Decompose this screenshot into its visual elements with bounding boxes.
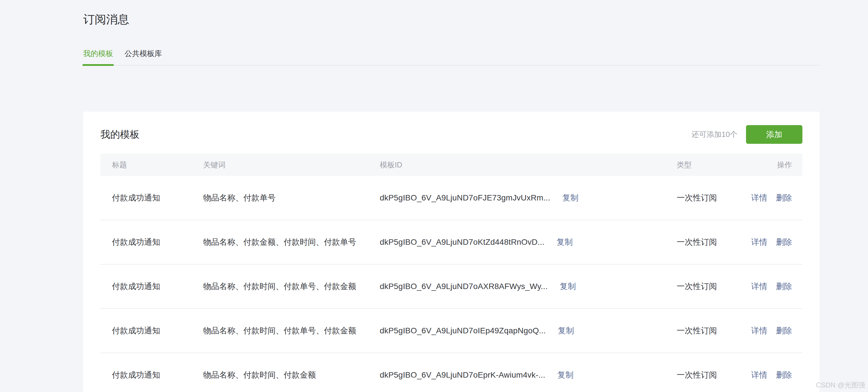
row-title: 付款成功通知 <box>112 237 203 248</box>
row-title: 付款成功通知 <box>112 369 203 381</box>
template-id-text: dkP5gIBO_6V_A9LjuND7oFJE73gmJvUxRm... <box>380 193 550 202</box>
row-template-id-cell: dkP5gIBO_6V_A9LjuND7oIEp49ZqapNgoQ... 复制 <box>380 325 677 336</box>
row-keywords: 物品名称、付款时间、付款单号、付款金额 <box>203 325 380 336</box>
row-keywords: 物品名称、付款金额、付款时间、付款单号 <box>203 237 380 248</box>
delete-link[interactable]: 删除 <box>776 192 792 203</box>
panel-header-actions: 还可添加10个 添加 <box>692 125 802 144</box>
tab-bar: 我的模板 公共模板库 <box>83 49 820 66</box>
my-templates-panel: 我的模板 还可添加10个 添加 标题 关键词 模板ID 类型 操作 付款成功通知… <box>83 111 820 392</box>
row-template-id-cell: dkP5gIBO_6V_A9LjuND7oEprK-Awium4vk-... 复… <box>380 369 677 381</box>
copy-link[interactable]: 复制 <box>557 369 574 381</box>
quota-hint: 还可添加10个 <box>692 129 737 139</box>
page-container: 订阅消息 我的模板 公共模板库 我的模板 还可添加10个 添加 标题 关键词 模… <box>83 0 820 392</box>
table-body: 付款成功通知 物品名称、付款单号 dkP5gIBO_6V_A9LjuND7oFJ… <box>100 176 802 392</box>
row-keywords: 物品名称、付款时间、付款金额 <box>203 369 380 381</box>
row-type: 一次性订阅 <box>677 369 751 381</box>
detail-link[interactable]: 详情 <box>751 325 767 336</box>
templates-table: 标题 关键词 模板ID 类型 操作 付款成功通知 物品名称、付款单号 dkP5g… <box>100 154 802 392</box>
row-template-id-cell: dkP5gIBO_6V_A9LjuND7oFJE73gmJvUxRm... 复制 <box>380 192 677 203</box>
header-keywords: 关键词 <box>203 160 380 170</box>
row-title: 付款成功通知 <box>112 325 203 336</box>
row-template-id-cell: dkP5gIBO_6V_A9LjuND7oAXR8AFWys_Wy... 复制 <box>380 281 677 292</box>
page-title: 订阅消息 <box>83 0 820 27</box>
delete-link[interactable]: 删除 <box>776 369 792 381</box>
row-type: 一次性订阅 <box>677 325 751 336</box>
table-row: 付款成功通知 物品名称、付款时间、付款单号、付款金额 dkP5gIBO_6V_A… <box>100 309 802 353</box>
row-keywords: 物品名称、付款时间、付款单号、付款金额 <box>203 281 380 292</box>
header-actions: 操作 <box>777 160 792 170</box>
row-actions: 详情 删除 <box>751 192 792 203</box>
panel-header: 我的模板 还可添加10个 添加 <box>100 111 802 144</box>
row-type: 一次性订阅 <box>677 237 751 248</box>
row-title: 付款成功通知 <box>112 192 203 203</box>
row-actions: 详情 删除 <box>751 281 792 292</box>
row-keywords: 物品名称、付款单号 <box>203 192 380 203</box>
header-template-id: 模板ID <box>380 160 677 170</box>
detail-link[interactable]: 详情 <box>751 369 767 381</box>
row-type: 一次性订阅 <box>677 192 751 203</box>
copy-link[interactable]: 复制 <box>560 281 576 292</box>
row-actions: 详情 删除 <box>751 237 792 248</box>
row-actions: 详情 删除 <box>751 325 792 336</box>
row-actions: 详情 删除 <box>751 369 792 381</box>
copy-link[interactable]: 复制 <box>556 237 572 248</box>
detail-link[interactable]: 详情 <box>751 192 767 203</box>
row-title: 付款成功通知 <box>112 281 203 292</box>
copy-link[interactable]: 复制 <box>562 192 579 203</box>
add-template-button[interactable]: 添加 <box>746 125 802 144</box>
template-id-text: dkP5gIBO_6V_A9LjuND7oEprK-Awium4vk-... <box>380 370 545 380</box>
tab-my-templates[interactable]: 我的模板 <box>83 49 113 65</box>
row-template-id-cell: dkP5gIBO_6V_A9LjuND7oKtZd448tRnOvD... 复制 <box>380 237 677 248</box>
detail-link[interactable]: 详情 <box>751 281 767 292</box>
delete-link[interactable]: 删除 <box>776 281 792 292</box>
panel-heading: 我的模板 <box>100 128 140 141</box>
detail-link[interactable]: 详情 <box>751 237 767 248</box>
table-row: 付款成功通知 物品名称、付款单号 dkP5gIBO_6V_A9LjuND7oFJ… <box>100 176 802 220</box>
header-title: 标题 <box>112 160 203 170</box>
template-id-text: dkP5gIBO_6V_A9LjuND7oKtZd448tRnOvD... <box>380 237 544 247</box>
watermark: CSDN @光图强 <box>816 381 865 390</box>
table-row: 付款成功通知 物品名称、付款时间、付款单号、付款金额 dkP5gIBO_6V_A… <box>100 265 802 309</box>
copy-link[interactable]: 复制 <box>558 325 574 336</box>
delete-link[interactable]: 删除 <box>776 237 792 248</box>
template-id-text: dkP5gIBO_6V_A9LjuND7oIEp49ZqapNgoQ... <box>380 326 546 335</box>
table-header-row: 标题 关键词 模板ID 类型 操作 <box>100 154 802 176</box>
tab-public-template-library[interactable]: 公共模板库 <box>125 49 162 65</box>
delete-link[interactable]: 删除 <box>776 325 792 336</box>
row-type: 一次性订阅 <box>677 281 751 292</box>
table-row: 付款成功通知 物品名称、付款金额、付款时间、付款单号 dkP5gIBO_6V_A… <box>100 220 802 265</box>
template-id-text: dkP5gIBO_6V_A9LjuND7oAXR8AFWys_Wy... <box>380 282 548 291</box>
table-row: 付款成功通知 物品名称、付款时间、付款金额 dkP5gIBO_6V_A9LjuN… <box>100 353 802 392</box>
header-type: 类型 <box>677 160 751 170</box>
